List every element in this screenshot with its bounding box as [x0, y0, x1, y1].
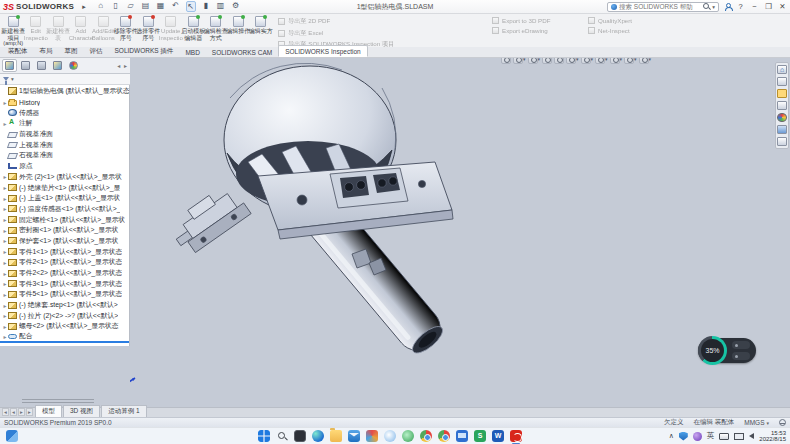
panel-tab-scroll-arrows[interactable]: ◂ ▸	[117, 62, 128, 69]
tree-item[interactable]: ▸ 螺母<2> (默认<<默认>_显示状态	[0, 321, 129, 332]
tree-item[interactable]: 1型铝轴热电偶 (默认<默认_显示状态-1	[0, 86, 129, 97]
app-purple-icon[interactable]	[693, 432, 702, 441]
ribbon-tab[interactable]: 装配体	[2, 45, 34, 57]
input-method-icon[interactable]	[719, 433, 729, 440]
dropdown-caret-icon[interactable]: ▾	[620, 58, 623, 62]
dimxpertmanager-tab[interactable]	[50, 59, 65, 72]
undo-icon[interactable]: ↶	[171, 1, 181, 12]
word-icon[interactable]: W	[492, 430, 504, 442]
store-icon[interactable]	[366, 430, 378, 442]
tree-item[interactable]: ▸ (-) 上盖<1> (默认<<默认>_显示状	[0, 193, 129, 204]
ime-indicator[interactable]: 英	[707, 431, 715, 441]
tree-item[interactable]: ▸ 零件3<1> (默认<<默认>_显示状态	[0, 278, 129, 289]
section-view-icon[interactable]	[542, 58, 552, 64]
ribbon-button[interactable]: 移除零件序号	[115, 15, 138, 46]
tree-item[interactable]: ▸ (-) 绝缘垫片<1> (默认<<默认>_显	[0, 182, 129, 193]
units-selector[interactable]: MMGS▾	[744, 419, 769, 426]
search-button[interactable]	[276, 430, 288, 442]
view-palette-icon[interactable]	[777, 101, 787, 110]
ribbon-button[interactable]: 编辑检查方式	[205, 15, 228, 46]
ribbon-tab[interactable]: SOLIDWORKS CAM	[206, 47, 278, 57]
start-button[interactable]	[258, 430, 270, 442]
export-button[interactable]: Export eDrawing	[492, 27, 551, 34]
apply-scene-icon[interactable]	[624, 58, 634, 64]
propertymanager-tab[interactable]	[18, 59, 33, 72]
ribbon-button[interactable]: 编辑实方	[250, 15, 273, 46]
ribbon-tab[interactable]: SOLIDWORKS Inspection	[278, 45, 368, 57]
tree-item[interactable]: ▸ (-) 绝缘套.step<1> (默认<<默认>	[0, 300, 129, 311]
edit-appearance-icon[interactable]	[610, 58, 620, 64]
previous-view-icon[interactable]	[528, 58, 538, 64]
tree-item[interactable]: ▸ 保护套<1> (默认<<默认>_显示状	[0, 236, 129, 247]
ribbon-button[interactable]: 选择零件序号	[137, 15, 160, 46]
select-icon[interactable]: ↖	[186, 1, 196, 12]
tree-item[interactable]: ▸ 零件5<1> (默认<<默认>_显示状态	[0, 289, 129, 300]
new-document-icon[interactable]: ▯	[111, 1, 121, 12]
custom-properties-icon[interactable]	[777, 125, 787, 134]
tree-item[interactable]: 原点	[0, 161, 129, 172]
dropdown-caret-icon[interactable]: ▾	[605, 58, 608, 62]
document-tab[interactable]: 3D 视图	[63, 405, 100, 418]
menu-expand-icon[interactable]: ▸	[82, 3, 86, 11]
tree-item[interactable]: ▸ (-) 拉片 (2)<2> ->? (默认<<默认>	[0, 310, 129, 321]
document-tab[interactable]: 模型	[35, 405, 62, 418]
ribbon-tab[interactable]: SOLIDWORKS 插件	[109, 45, 180, 57]
file-properties-icon[interactable]: ▥	[216, 1, 226, 12]
wps-icon[interactable]: S	[474, 430, 486, 442]
open-icon[interactable]: ▱	[126, 1, 136, 12]
export-button[interactable]: QualityXpert	[588, 17, 632, 24]
dropdown-caret-icon[interactable]: ▾	[634, 58, 637, 62]
tree-item[interactable]: 前视基准面	[0, 129, 129, 140]
tree-item[interactable]: ▸ 零件2<2> (默认<<默认>_显示状态	[0, 268, 129, 279]
tags-globe-icon[interactable]	[779, 419, 786, 426]
doc-tab-nav-arrow-icon[interactable]: ▸	[18, 408, 25, 416]
home-icon[interactable]: ⌂	[96, 1, 106, 12]
login-icon[interactable]	[724, 3, 731, 10]
ribbon-tab[interactable]: 评估	[84, 45, 109, 57]
display-style-icon[interactable]	[581, 58, 591, 64]
ribbon-tab[interactable]: MBD	[179, 47, 205, 57]
app-green-icon[interactable]	[402, 430, 414, 442]
export-button[interactable]: Export to 3D PDF	[492, 17, 551, 24]
tree-item[interactable]: ▸ 外壳 (2)<1> (默认<<默认>_显示状	[0, 172, 129, 183]
restore-button[interactable]: ❐	[764, 2, 773, 11]
options-gear-icon[interactable]: ⚙	[231, 1, 241, 12]
search-input[interactable]	[619, 3, 701, 10]
search-icon[interactable]	[703, 3, 710, 10]
configurationmanager-tab[interactable]	[34, 59, 49, 72]
tree-item[interactable]: ▸ (-) 温度传感器<1> (默认<<默认>_	[0, 204, 129, 215]
export-button[interactable]: 导出至 Excel	[278, 29, 394, 38]
doc-tab-nav-arrow-icon[interactable]: ▸	[26, 408, 33, 416]
ribbon-button[interactable]: 新建检查项目 (amp;N)	[2, 15, 25, 46]
file-explorer-icon[interactable]	[777, 89, 787, 98]
file-explorer-icon[interactable]	[330, 430, 342, 442]
ribbon-button[interactable]: 编辑操作	[227, 15, 250, 46]
save-icon[interactable]: ▤	[141, 1, 151, 12]
onedrive-icon[interactable]	[384, 430, 396, 442]
zoom-area-icon[interactable]	[513, 58, 523, 64]
appearances-scenes-icon[interactable]	[777, 113, 787, 122]
solidworks-taskbar-icon[interactable]	[510, 430, 522, 442]
widget-button-top[interactable]	[732, 341, 750, 349]
tree-item[interactable]: ▸ History	[0, 97, 129, 108]
tree-item[interactable]: 上视基准面	[0, 139, 129, 150]
task-view-button[interactable]	[294, 430, 306, 442]
tree-item[interactable]: ▸ 零件1<1> (默认<<默认>_显示状态	[0, 246, 129, 257]
ribbon-tab[interactable]: 布局	[34, 45, 59, 57]
percent-overlay-widget[interactable]: 35%	[698, 338, 756, 363]
dropdown-caret-icon[interactable]: ▾	[576, 58, 579, 62]
graphics-viewport[interactable]: ▾ ▾	[130, 58, 790, 407]
mail-icon[interactable]	[348, 430, 360, 442]
help-search-box[interactable]: ▾	[607, 2, 719, 12]
tree-item[interactable]: ▸ 配合	[0, 332, 129, 343]
search-caret-icon[interactable]: ▾	[712, 4, 715, 10]
display-tray-icon[interactable]	[734, 433, 744, 440]
dropdown-caret-icon[interactable]: ▾	[591, 58, 594, 62]
document-tab[interactable]: 运动算例 1	[101, 405, 146, 418]
widgets-button[interactable]	[6, 430, 18, 442]
view-settings-icon[interactable]	[639, 58, 649, 64]
tree-item[interactable]: ▸ 注解	[0, 118, 129, 129]
ribbon-button[interactable]: Add/Edit Balloons	[92, 15, 115, 46]
solidworks-forum-icon[interactable]	[777, 137, 787, 146]
widget-button-bottom[interactable]	[732, 352, 750, 360]
